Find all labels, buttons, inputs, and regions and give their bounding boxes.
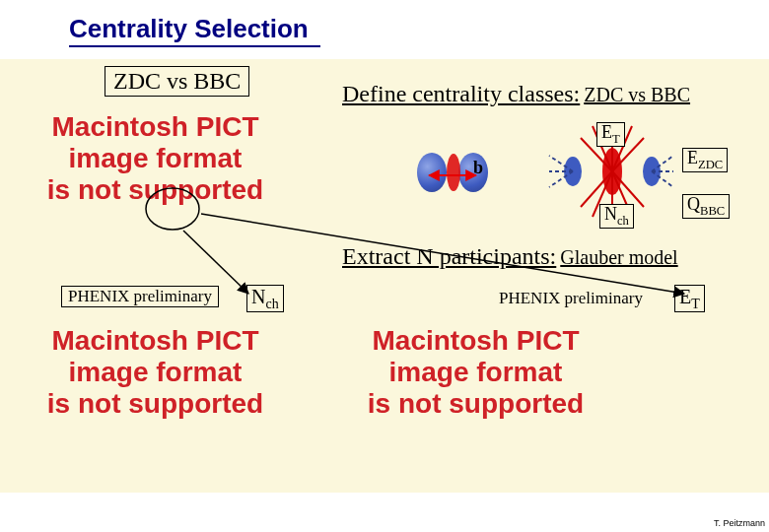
et-sub-t: T [612, 132, 620, 146]
annotation-arrows-icon [0, 0, 769, 532]
qbbc-sub: BBC [700, 204, 725, 218]
qbbc-main: Q [687, 194, 700, 214]
credit-text: T. Peitzmann [714, 518, 765, 528]
ezdc-main: E [687, 148, 698, 167]
nch-main-b: N [604, 204, 617, 224]
nch-box-bottom: Nch [599, 204, 634, 229]
et-main-t: E [601, 122, 612, 142]
impact-parameter-label: b [473, 158, 483, 178]
ezdc-box: EZDC [682, 148, 728, 172]
et-box-top: ET [596, 122, 625, 147]
ezdc-sub: ZDC [698, 158, 723, 171]
impact-arrow-icon [425, 168, 480, 182]
nch-sub-b: ch [617, 214, 629, 228]
qbbc-box: QBBC [682, 194, 730, 219]
svg-line-1 [183, 231, 248, 294]
collision-sketch-left [399, 143, 508, 202]
